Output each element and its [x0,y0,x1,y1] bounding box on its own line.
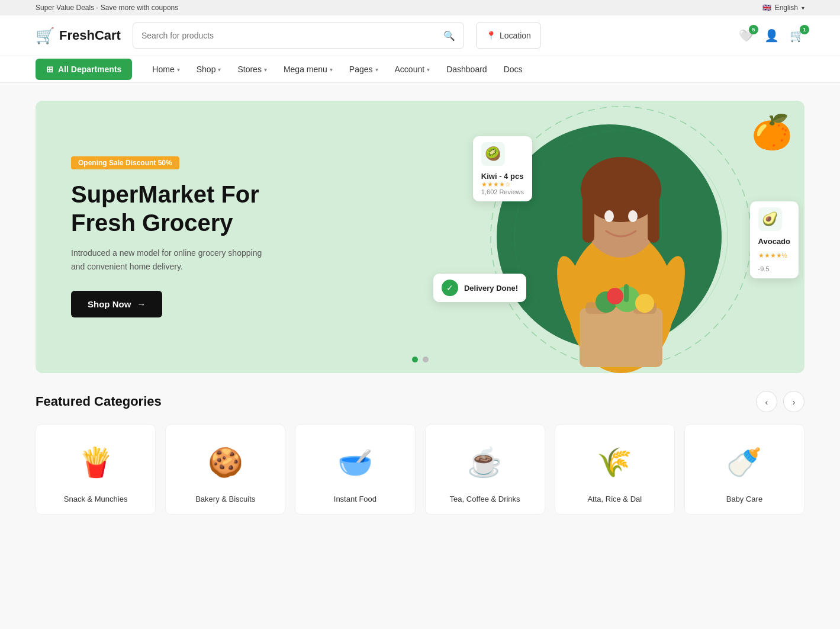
category-card-snack[interactable]: 🍟 Snack & Munchies [36,424,156,515]
wishlist-button[interactable]: 🤍 5 [739,28,754,43]
account-button[interactable]: 👤 [764,28,779,43]
chevron-down-icon: ▾ [802,5,804,11]
nav-shop-label: Shop [197,65,216,74]
nav-item-stores[interactable]: Stores ▾ [229,56,275,82]
header: 🛒 FreshCart 🔍 📍 Location 🤍 5 👤 🛒 1 [0,15,840,56]
language-selector[interactable]: English [775,4,798,12]
kiwi-icon: 🥝 [481,142,505,166]
slider-dot-1[interactable] [412,357,418,362]
location-label: Location [500,31,531,40]
delivery-float-card: ✓ Delivery Done! [433,274,526,302]
avocado-price: -9.5 [758,265,770,272]
nav-item-mega-menu[interactable]: Mega menu ▾ [275,56,341,82]
navigation: ⊞ All Departments Home ▾ Shop ▾ Stores ▾… [0,56,840,83]
rice-label: Atta, Rice & Dal [587,495,642,503]
categories-header: Featured Categories ‹ › [36,391,804,412]
flag-icon: 🇬🇧 [762,4,771,12]
kiwi-name: Kiwi - 4 pcs [481,172,524,181]
chevron-down-icon: ▾ [264,66,267,73]
nav-item-dashboard[interactable]: Dashboard [438,56,495,82]
avocado-icon: 🥑 [758,207,782,231]
kiwi-stars: ★★★★☆ [481,181,524,188]
avocado-name: Avocado [758,237,790,246]
search-bar: 🔍 [133,23,464,49]
next-arrow-button[interactable]: › [783,391,804,412]
svg-point-17 [607,288,623,304]
location-pin-icon: 📍 [486,31,496,40]
instant-image: 🥣 [326,439,385,486]
hero-title: SuperMarket For Fresh Grocery [71,180,262,237]
check-icon: ✓ [442,280,458,296]
hero-banner: Opening Sale Discount 50% SuperMarket Fo… [36,101,804,373]
nav-item-docs[interactable]: Docs [495,56,531,82]
all-departments-button[interactable]: ⊞ All Departments [36,59,132,80]
chevron-down-icon: ▾ [218,66,221,73]
hero-person-image [514,113,728,373]
logo-icon: 🛒 [36,27,54,45]
arrow-right-icon: → [137,299,146,309]
search-icon[interactable]: 🔍 [443,30,455,41]
bakery-image: 🍪 [196,439,255,486]
hero-subtitle: Introduced a new model for online grocer… [71,246,262,273]
nav-account-label: Account [395,65,425,74]
kiwi-reviews: 1,602 Reviews [481,188,524,195]
cart-button[interactable]: 🛒 1 [790,28,804,43]
sale-badge: Opening Sale Discount 50% [71,156,179,169]
snack-label: Snack & Munchies [64,495,128,503]
category-card-tea[interactable]: ☕ Tea, Coffee & Drinks [425,424,545,515]
kiwi-float-card: 🥝 Kiwi - 4 pcs ★★★★☆ 1,602 Reviews [473,136,532,201]
grid-icon: ⊞ [46,65,53,74]
nav-dashboard-label: Dashboard [446,65,487,74]
nav-links: Home ▾ Shop ▾ Stores ▾ Mega menu ▾ Pages… [144,56,530,82]
rice-image: 🌾 [585,439,644,486]
nav-item-shop[interactable]: Shop ▾ [188,56,230,82]
nav-item-account[interactable]: Account ▾ [387,56,439,82]
prev-arrow-button[interactable]: ‹ [756,391,777,412]
logo[interactable]: 🛒 FreshCart [36,27,121,45]
nav-item-home[interactable]: Home ▾ [144,56,188,82]
bakery-label: Bakery & Biscuits [195,495,255,503]
shop-now-button[interactable]: Shop Now → [71,291,162,317]
categories-grid: 🍟 Snack & Munchies 🍪 Bakery & Biscuits 🥣… [36,424,804,515]
chevron-down-icon: ▾ [375,66,378,73]
location-button[interactable]: 📍 Location [476,23,541,49]
nav-mega-label: Mega menu [284,65,327,74]
slider-dots [412,357,429,362]
category-card-instant[interactable]: 🥣 Instant Food [295,424,415,515]
svg-rect-18 [624,284,629,302]
tea-image: ☕ [455,439,514,486]
baby-image: 🍼 [715,439,774,486]
svg-point-7 [604,210,614,222]
instant-label: Instant Food [334,495,376,503]
shop-now-label: Shop Now [88,299,131,309]
category-card-bakery[interactable]: 🍪 Bakery & Biscuits [165,424,285,515]
category-card-rice[interactable]: 🌾 Atta, Rice & Dal [555,424,675,515]
svg-rect-5 [582,190,594,243]
search-input[interactable] [141,31,443,40]
baby-label: Baby Care [726,495,762,503]
snack-image: 🍟 [66,439,125,486]
tea-label: Tea, Coffee & Drinks [450,495,520,503]
svg-rect-11 [580,308,662,367]
cart-badge: 1 [800,25,809,34]
categories-section: Featured Categories ‹ › 🍟 Snack & Munchi… [0,391,840,538]
orange-decoration: 🍊 [751,113,793,152]
chevron-down-icon: ▾ [177,66,180,73]
logo-text: FreshCart [59,28,121,43]
avocado-float-card: 🥑 Avocado ★★★★½ -9.5 [750,201,799,278]
nav-item-pages[interactable]: Pages ▾ [341,56,387,82]
hero-content: Opening Sale Discount 50% SuperMarket Fo… [36,127,297,347]
promo-text: Super Value Deals - Save more with coupo… [36,4,178,12]
nav-docs-label: Docs [504,65,523,74]
delivery-text: Delivery Done! [464,284,518,293]
category-card-baby[interactable]: 🍼 Baby Care [684,424,804,515]
slider-dot-2[interactable] [423,357,429,362]
wishlist-badge: 5 [749,25,758,34]
top-bar-right: 🇬🇧 English ▾ [762,4,804,12]
all-departments-label: All Departments [58,65,121,74]
svg-rect-6 [648,190,659,243]
category-nav-arrows: ‹ › [756,391,804,412]
user-icon: 👤 [764,29,779,42]
svg-point-8 [628,210,638,222]
nav-home-label: Home [152,65,174,74]
